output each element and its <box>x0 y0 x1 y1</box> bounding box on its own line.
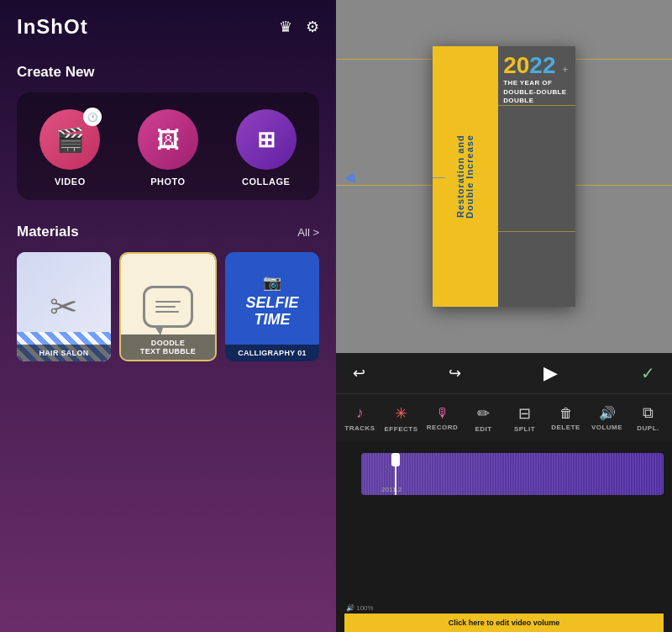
playhead <box>395 453 396 495</box>
create-photo-button[interactable]: 🖼 PHOTO <box>138 109 198 187</box>
settings-icon[interactable]: ⚙ <box>306 18 319 36</box>
doodle-line-1 <box>155 301 181 303</box>
video-icon: 🎬 <box>55 126 85 154</box>
doodle-text-bubble-label: DOODLE TEXT BUBBLE <box>121 334 215 360</box>
delete-label: DELETE <box>551 424 580 431</box>
material-doodle-text-bubble[interactable]: DOODLE TEXT BUBBLE <box>119 252 217 361</box>
create-collage-button[interactable]: ⊞ COLLAGE <box>236 109 297 187</box>
timeline-area: 2011.2 Click here to edit video volume 🔊… <box>336 442 672 632</box>
tool-dupl[interactable]: ⧉ DUPL. <box>632 404 665 432</box>
yellow-bar[interactable]: Click here to edit video volume <box>344 614 664 632</box>
redo-button[interactable]: ↪ <box>449 364 461 382</box>
hair-salon-label: HAIR SALON <box>17 345 111 361</box>
video-label: VIDEO <box>55 176 86 187</box>
video-circle: 🎬 🕐 <box>39 109 100 170</box>
arrow-left-icon: ◀ <box>344 169 354 185</box>
tool-effects[interactable]: ✳ EFFECTS <box>385 404 418 433</box>
create-video-button[interactable]: 🎬 🕐 VIDEO <box>39 109 100 187</box>
year-number: 20 <box>503 52 529 78</box>
split-icon: ⊟ <box>518 404 531 423</box>
materials-section: Materials All > ✂ HAIR SALON <box>0 208 336 632</box>
tracks-icon: ♪ <box>356 404 364 422</box>
doodle-line-2 <box>155 306 176 308</box>
material-calligraphy-01[interactable]: 📷 SELFIETIME CALLIGRAPHY 01 <box>225 252 319 361</box>
timecode: 2011.2 <box>381 486 402 493</box>
playhead-handle <box>391 453 400 466</box>
timeline-track: 2011.2 <box>344 449 672 499</box>
collage-circle: ⊞ <box>236 109 297 170</box>
right-panel: ◀ Restoration andDouble Increase 2022 + … <box>336 0 672 632</box>
left-panel: InShOt ♛ ⚙ Create New 🎬 🕐 VIDEO <box>0 0 336 632</box>
poster-guide-1 <box>433 105 575 106</box>
crown-icon[interactable]: ♛ <box>279 18 292 36</box>
create-new-title: Create New <box>17 64 319 81</box>
tools-bar: ♪ TRACKS ✳ EFFECTS 🎙 RECORD ✏ EDIT ⊟ SPL… <box>336 393 672 442</box>
photo-icon: 🖼 <box>156 126 180 154</box>
photo-circle: 🖼 <box>138 109 198 170</box>
timeline-arrow-left: ◀—— <box>433 170 445 183</box>
photo-label: PHOTO <box>150 176 185 187</box>
doodle-bubble-shape <box>143 286 193 328</box>
poster-guide-2 <box>433 231 575 232</box>
clock-badge: 🕐 <box>83 108 102 126</box>
dupl-icon: ⧉ <box>643 404 654 422</box>
record-icon: 🎙 <box>436 406 449 421</box>
play-button[interactable]: ▶ <box>543 362 558 384</box>
selfie-camera-icon: 📷 <box>263 273 281 292</box>
create-buttons-row: 🎬 🕐 VIDEO 🖼 PHOTO ⊞ COLLAGE <box>17 92 319 200</box>
edit-label: EDIT <box>475 425 491 433</box>
timeline-clip[interactable]: 2011.2 <box>361 453 664 495</box>
volume-icon: 🔊 <box>599 405 616 421</box>
app-name: InShOt <box>17 15 88 38</box>
effects-icon: ✳ <box>395 404 407 423</box>
materials-title: Materials <box>17 224 79 240</box>
collage-label: COLLAGE <box>242 176 290 187</box>
edit-icon: ✏ <box>477 404 490 423</box>
poster-left-text: Restoration andDouble Increase <box>456 134 475 219</box>
poster-right-column: 2022 + THE YEAR OFDOUBLE-DOUBLEDOUBLE <box>498 46 575 307</box>
effects-label: EFFECTS <box>385 425 418 433</box>
selfie-text: SELFIETIME <box>245 295 298 329</box>
materials-grid: ✂ HAIR SALON DOODLE TEXT BUBBLE <box>17 252 319 361</box>
top-bar: InShOt ♛ ⚙ <box>0 0 336 47</box>
doodle-line-3 <box>155 311 179 313</box>
record-label: RECORD <box>427 424 459 431</box>
top-icons: ♛ ⚙ <box>279 18 319 36</box>
dupl-label: DUPL. <box>637 424 659 432</box>
video-preview: ◀ Restoration andDouble Increase 2022 + … <box>336 0 672 353</box>
check-button[interactable]: ✓ <box>641 363 655 383</box>
doodle-lines <box>155 301 181 313</box>
year-plus: + <box>562 64 568 76</box>
delete-icon: 🗑 <box>559 406 573 421</box>
waveform-overlay <box>361 453 664 495</box>
tracks-label: TRACKS <box>344 424 375 432</box>
material-hair-salon[interactable]: ✂ HAIR SALON <box>17 252 111 361</box>
poster-background: Restoration andDouble Increase 2022 + TH… <box>433 46 575 307</box>
yellow-bar-text: Click here to edit video volume <box>449 619 560 627</box>
tool-record[interactable]: 🎙 RECORD <box>426 406 459 431</box>
undo-button[interactable]: ↩ <box>353 364 365 382</box>
scissors-icon: ✂ <box>50 287 78 326</box>
volume-label: VOLUME <box>591 424 622 431</box>
poster-body-text: THE YEAR OFDOUBLE-DOUBLEDOUBLE <box>503 79 570 105</box>
app-logo: InShOt <box>17 15 88 39</box>
tool-delete[interactable]: 🗑 DELETE <box>549 406 583 431</box>
tool-volume[interactable]: 🔊 VOLUME <box>591 405 624 431</box>
split-label: SPLIT <box>514 425 535 433</box>
year-number-2: 22 <box>529 52 555 78</box>
poster-year: 2022 + <box>503 55 570 76</box>
materials-all-link[interactable]: All > <box>297 226 319 239</box>
tool-edit[interactable]: ✏ EDIT <box>467 404 501 433</box>
tool-split[interactable]: ⊟ SPLIT <box>508 404 542 433</box>
tool-tracks[interactable]: ♪ TRACKS <box>344 404 377 432</box>
create-new-section: Create New 🎬 🕐 VIDEO 🖼 PHOTO <box>0 47 336 208</box>
materials-header: Materials All > <box>17 224 319 240</box>
volume-indicator: 🔊 100% <box>346 604 374 612</box>
poster-container: Restoration andDouble Increase 2022 + TH… <box>433 46 575 307</box>
collage-icon: ⊞ <box>257 127 276 153</box>
calligraphy-01-label: CALLIGRAPHY 01 <box>225 345 319 361</box>
playback-bar: ↩ ↪ ▶ ✓ <box>336 353 672 393</box>
